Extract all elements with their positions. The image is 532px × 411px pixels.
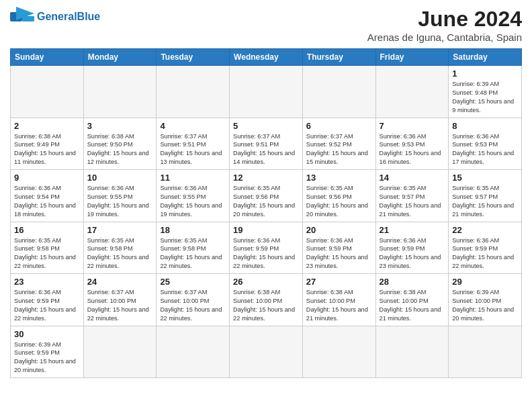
day-number: 29 xyxy=(452,277,518,287)
calendar-week-4: 23Sunrise: 6:36 AM Sunset: 9:59 PM Dayli… xyxy=(11,274,522,326)
day-number: 30 xyxy=(14,329,80,339)
day-info: Sunrise: 6:37 AM Sunset: 9:51 PM Dayligh… xyxy=(233,132,299,167)
day-number: 7 xyxy=(380,121,445,131)
day-number: 25 xyxy=(160,277,226,287)
day-info: Sunrise: 6:37 AM Sunset: 10:00 PM Daylig… xyxy=(160,288,226,323)
calendar-week-0: 1Sunrise: 6:39 AM Sunset: 9:48 PM Daylig… xyxy=(11,66,522,118)
calendar-cell-3-0: 16Sunrise: 6:35 AM Sunset: 9:58 PM Dayli… xyxy=(11,222,84,274)
day-info: Sunrise: 6:36 AM Sunset: 9:59 PM Dayligh… xyxy=(306,236,372,271)
logo-general: General xyxy=(37,11,77,22)
day-number: 11 xyxy=(160,173,226,183)
day-number: 2 xyxy=(14,121,80,131)
day-info: Sunrise: 6:36 AM Sunset: 9:55 PM Dayligh… xyxy=(160,184,226,219)
calendar-cell-5-0: 30Sunrise: 6:39 AM Sunset: 9:59 PM Dayli… xyxy=(11,326,84,378)
day-number: 21 xyxy=(380,225,445,235)
day-number: 18 xyxy=(160,225,226,235)
day-info: Sunrise: 6:37 AM Sunset: 9:51 PM Dayligh… xyxy=(160,132,226,167)
day-info: Sunrise: 6:36 AM Sunset: 9:54 PM Dayligh… xyxy=(14,184,80,219)
calendar-cell-4-3: 26Sunrise: 6:38 AM Sunset: 10:00 PM Dayl… xyxy=(230,274,303,326)
header-saturday: Saturday xyxy=(449,49,522,66)
main-title: June 2024 xyxy=(367,7,522,32)
calendar-cell-1-3: 5Sunrise: 6:37 AM Sunset: 9:51 PM Daylig… xyxy=(230,118,303,170)
subtitle: Arenas de Iguna, Cantabria, Spain xyxy=(367,32,522,43)
day-number: 12 xyxy=(233,173,299,183)
day-info: Sunrise: 6:35 AM Sunset: 9:57 PM Dayligh… xyxy=(380,184,445,219)
day-info: Sunrise: 6:36 AM Sunset: 9:59 PM Dayligh… xyxy=(380,236,445,271)
calendar-body: 1Sunrise: 6:39 AM Sunset: 9:48 PM Daylig… xyxy=(11,66,522,378)
day-number: 20 xyxy=(306,225,372,235)
day-number: 26 xyxy=(233,277,299,287)
day-info: Sunrise: 6:38 AM Sunset: 9:50 PM Dayligh… xyxy=(87,132,153,167)
header-tuesday: Tuesday xyxy=(157,49,230,66)
day-info: Sunrise: 6:36 AM Sunset: 9:55 PM Dayligh… xyxy=(87,184,153,219)
day-number: 16 xyxy=(14,225,80,235)
calendar-cell-2-4: 13Sunrise: 6:35 AM Sunset: 9:56 PM Dayli… xyxy=(302,170,375,222)
day-info: Sunrise: 6:38 AM Sunset: 10:00 PM Daylig… xyxy=(306,288,372,323)
day-info: Sunrise: 6:36 AM Sunset: 9:59 PM Dayligh… xyxy=(233,236,299,271)
calendar-cell-3-2: 18Sunrise: 6:35 AM Sunset: 9:58 PM Dayli… xyxy=(157,222,230,274)
day-number: 10 xyxy=(87,173,153,183)
calendar-cell-5-6 xyxy=(449,326,522,378)
day-info: Sunrise: 6:36 AM Sunset: 9:59 PM Dayligh… xyxy=(14,288,80,323)
calendar-cell-3-1: 17Sunrise: 6:35 AM Sunset: 9:58 PM Dayli… xyxy=(83,222,157,274)
day-info: Sunrise: 6:38 AM Sunset: 10:00 PM Daylig… xyxy=(233,288,299,323)
calendar-cell-4-1: 24Sunrise: 6:37 AM Sunset: 10:00 PM Dayl… xyxy=(83,274,157,326)
day-number: 8 xyxy=(452,121,518,131)
logo-blue: Blue xyxy=(77,11,101,22)
calendar-cell-1-4: 6Sunrise: 6:37 AM Sunset: 9:52 PM Daylig… xyxy=(302,118,375,170)
page: GeneralBlue June 2024 Arenas de Iguna, C… xyxy=(0,0,532,388)
day-info: Sunrise: 6:36 AM Sunset: 9:53 PM Dayligh… xyxy=(380,132,445,167)
title-block: June 2024 Arenas de Iguna, Cantabria, Sp… xyxy=(367,7,522,43)
calendar-cell-5-4 xyxy=(302,326,375,378)
calendar-cell-2-0: 9Sunrise: 6:36 AM Sunset: 9:54 PM Daylig… xyxy=(11,170,84,222)
calendar-cell-1-0: 2Sunrise: 6:38 AM Sunset: 9:49 PM Daylig… xyxy=(11,118,84,170)
svg-rect-2 xyxy=(22,16,34,21)
calendar-cell-2-3: 12Sunrise: 6:35 AM Sunset: 9:56 PM Dayli… xyxy=(230,170,303,222)
calendar-cell-4-5: 28Sunrise: 6:38 AM Sunset: 10:00 PM Dayl… xyxy=(375,274,449,326)
calendar-week-1: 2Sunrise: 6:38 AM Sunset: 9:49 PM Daylig… xyxy=(11,118,522,170)
calendar-week-2: 9Sunrise: 6:36 AM Sunset: 9:54 PM Daylig… xyxy=(11,170,522,222)
calendar: Sunday Monday Tuesday Wednesday Thursday… xyxy=(10,48,522,378)
calendar-cell-1-2: 4Sunrise: 6:37 AM Sunset: 9:51 PM Daylig… xyxy=(157,118,230,170)
day-info: Sunrise: 6:37 AM Sunset: 10:00 PM Daylig… xyxy=(87,288,153,323)
header: GeneralBlue June 2024 Arenas de Iguna, C… xyxy=(10,7,522,43)
day-info: Sunrise: 6:39 AM Sunset: 9:48 PM Dayligh… xyxy=(452,80,518,115)
day-number: 9 xyxy=(14,173,80,183)
calendar-cell-5-1 xyxy=(83,326,157,378)
day-number: 23 xyxy=(14,277,80,287)
day-number: 13 xyxy=(306,173,372,183)
day-number: 4 xyxy=(160,121,226,131)
day-number: 1 xyxy=(452,68,518,79)
header-sunday: Sunday xyxy=(11,49,84,66)
day-number: 19 xyxy=(233,225,299,235)
day-info: Sunrise: 6:35 AM Sunset: 9:56 PM Dayligh… xyxy=(233,184,299,219)
day-number: 15 xyxy=(452,173,518,183)
calendar-cell-0-2 xyxy=(157,66,230,118)
header-monday: Monday xyxy=(83,49,157,66)
day-info: Sunrise: 6:36 AM Sunset: 9:59 PM Dayligh… xyxy=(452,236,518,271)
day-info: Sunrise: 6:35 AM Sunset: 9:58 PM Dayligh… xyxy=(160,236,226,271)
day-number: 14 xyxy=(380,173,445,183)
day-number: 28 xyxy=(380,277,445,287)
calendar-cell-3-3: 19Sunrise: 6:36 AM Sunset: 9:59 PM Dayli… xyxy=(230,222,303,274)
day-info: Sunrise: 6:37 AM Sunset: 9:52 PM Dayligh… xyxy=(306,132,372,167)
calendar-cell-0-3 xyxy=(230,66,303,118)
day-number: 3 xyxy=(87,121,153,131)
day-info: Sunrise: 6:38 AM Sunset: 9:49 PM Dayligh… xyxy=(14,132,80,167)
calendar-cell-3-5: 21Sunrise: 6:36 AM Sunset: 9:59 PM Dayli… xyxy=(375,222,449,274)
header-friday: Friday xyxy=(375,49,449,66)
day-number: 27 xyxy=(306,277,372,287)
calendar-cell-2-2: 11Sunrise: 6:36 AM Sunset: 9:55 PM Dayli… xyxy=(157,170,230,222)
generalblue-logo-icon xyxy=(10,7,34,27)
calendar-cell-1-6: 8Sunrise: 6:36 AM Sunset: 9:53 PM Daylig… xyxy=(449,118,522,170)
calendar-header: Sunday Monday Tuesday Wednesday Thursday… xyxy=(11,49,522,66)
logo: GeneralBlue xyxy=(10,7,100,27)
calendar-cell-5-2 xyxy=(157,326,230,378)
day-info: Sunrise: 6:35 AM Sunset: 9:58 PM Dayligh… xyxy=(87,236,153,271)
calendar-cell-2-5: 14Sunrise: 6:35 AM Sunset: 9:57 PM Dayli… xyxy=(375,170,449,222)
day-info: Sunrise: 6:35 AM Sunset: 9:56 PM Dayligh… xyxy=(306,184,372,219)
calendar-week-5: 30Sunrise: 6:39 AM Sunset: 9:59 PM Dayli… xyxy=(11,326,522,378)
logo-text: GeneralBlue xyxy=(37,11,100,23)
calendar-cell-5-5 xyxy=(375,326,449,378)
day-info: Sunrise: 6:38 AM Sunset: 10:00 PM Daylig… xyxy=(380,288,445,323)
